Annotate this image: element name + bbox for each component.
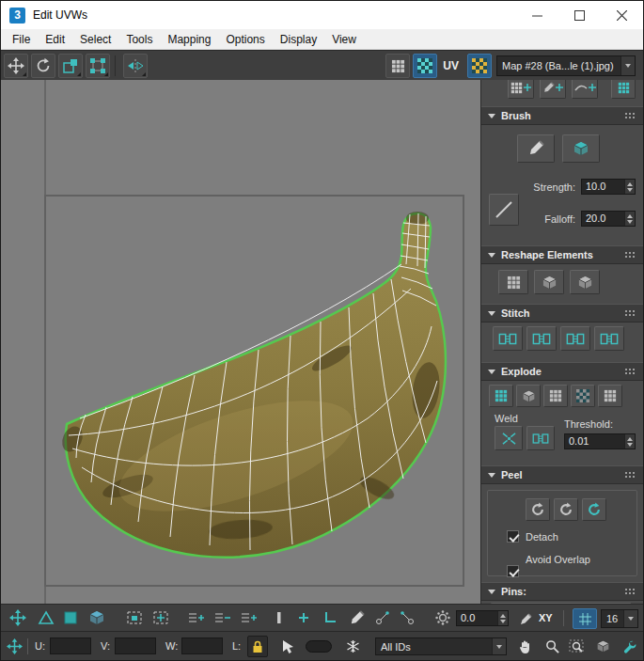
w-coordinate-field[interactable]: [181, 637, 223, 654]
panel-top-button-3[interactable]: [572, 80, 598, 99]
face-mode-icon[interactable]: [59, 607, 82, 628]
freeze-snowflake-icon[interactable]: [341, 636, 364, 657]
quick-peel-button[interactable]: [554, 498, 578, 521]
menu-item-options[interactable]: Options: [218, 30, 272, 49]
strength-spinner-arrows[interactable]: [624, 180, 635, 194]
detach-checkbox[interactable]: [507, 530, 519, 543]
panel-top-button-4[interactable]: [611, 80, 636, 99]
peel-mode-button[interactable]: [526, 498, 550, 521]
stitch-custom-button[interactable]: [493, 326, 523, 351]
close-button[interactable]: [601, 1, 643, 29]
reshape-button-3[interactable]: [570, 270, 600, 294]
move-tool-button[interactable]: [4, 54, 28, 78]
grow-selection-icon[interactable]: [292, 607, 315, 628]
strength-spinner[interactable]: 10.0: [581, 179, 636, 195]
freeform-mode-button[interactable]: [86, 54, 110, 78]
vertex-mode-icon[interactable]: [35, 607, 57, 628]
texture-map-dropdown[interactable]: Map #28 (Ba...le (1).jpg): [496, 55, 636, 76]
u-coordinate-field[interactable]: [50, 637, 91, 654]
explode-button-3[interactable]: [543, 385, 568, 407]
show-map-toggle-button[interactable]: [413, 54, 437, 78]
section-grip-icon[interactable]: [624, 309, 636, 318]
menu-item-edit[interactable]: Edit: [38, 30, 72, 49]
reshape-button-1[interactable]: [498, 270, 528, 294]
title-bar[interactable]: 3 Edit UVWs: [1, 1, 643, 29]
zoom-icon[interactable]: [541, 636, 563, 657]
grow-edge-loop-icon[interactable]: [185, 607, 208, 628]
menu-item-mapping[interactable]: Mapping: [160, 30, 218, 49]
explode-button-1[interactable]: [489, 385, 513, 407]
falloff-space-label[interactable]: XY: [539, 612, 553, 623]
soft-selection-gear-icon[interactable]: [432, 607, 454, 628]
menu-item-view[interactable]: View: [324, 30, 364, 49]
threshold-spinner-arrows[interactable]: [624, 434, 635, 449]
weld-all-button[interactable]: [526, 426, 555, 450]
uv-editor-canvas[interactable]: [1, 80, 480, 604]
zoom-region-icon[interactable]: [565, 636, 588, 657]
section-header-stitch[interactable]: Stitch: [481, 304, 643, 323]
weld-selected-button[interactable]: [495, 426, 523, 450]
section-header-peel[interactable]: Peel: [481, 465, 643, 484]
falloff-spinner-arrows[interactable]: [624, 212, 635, 226]
panel-top-button-2[interactable]: [540, 80, 566, 99]
edge-to-seam-icon[interactable]: [396, 607, 418, 628]
stitch-average-button[interactable]: [526, 326, 557, 351]
select-cursor-icon[interactable]: [275, 636, 298, 657]
grid-snap-toggle[interactable]: [573, 608, 597, 629]
soft-selection-value-spinner[interactable]: 0.0: [456, 610, 509, 626]
panel-top-button-1[interactable]: [508, 80, 534, 99]
section-grip-icon[interactable]: [624, 471, 636, 480]
section-header-explode[interactable]: Explode: [481, 362, 643, 381]
menu-item-tools[interactable]: Tools: [118, 30, 160, 49]
section-header-reshape[interactable]: Reshape Elements: [481, 245, 643, 264]
shrink-edge-loop-icon[interactable]: [212, 607, 234, 628]
select-element-icon[interactable]: [149, 607, 172, 628]
pan-hand-icon[interactable]: [514, 636, 537, 657]
section-grip-icon[interactable]: [624, 368, 636, 376]
paint-brush-button[interactable]: [517, 134, 555, 163]
edge-ring-icon[interactable]: [238, 607, 260, 628]
explode-button-4[interactable]: [571, 385, 595, 407]
edit-falloff-pen-icon[interactable]: [514, 607, 537, 628]
mirror-tool-button[interactable]: [123, 54, 148, 78]
point-to-point-icon[interactable]: [371, 607, 394, 628]
element-mode-icon[interactable]: [86, 607, 108, 628]
section-header-pins[interactable]: Pins:: [481, 582, 643, 601]
material-ids-dropdown-arrow[interactable]: [492, 638, 506, 654]
brush-falloff-curve-button[interactable]: [489, 194, 519, 226]
grid-size-dropdown-arrow[interactable]: [623, 610, 637, 627]
stitch-target-button[interactable]: [594, 326, 624, 351]
grid-size-dropdown[interactable]: 16: [601, 609, 638, 628]
snap-grid-button[interactable]: [385, 54, 410, 78]
texture-map-dropdown-arrow[interactable]: [620, 56, 635, 75]
select-region-icon[interactable]: [123, 607, 146, 628]
threshold-spinner[interactable]: 0.01: [564, 433, 636, 449]
maximize-button[interactable]: [558, 1, 601, 29]
loop-corner-icon[interactable]: [319, 607, 341, 628]
peel-reset-button[interactable]: [582, 498, 606, 521]
relax-brush-button[interactable]: [562, 134, 600, 163]
section-grip-icon[interactable]: [624, 112, 636, 120]
section-header-brush[interactable]: Brush: [481, 106, 643, 125]
uv-gizmo-mode-icon[interactable]: [7, 607, 29, 628]
explode-button-5[interactable]: [598, 385, 622, 407]
menu-item-file[interactable]: File: [5, 30, 38, 49]
reshape-button-2[interactable]: [534, 270, 564, 294]
minimize-button[interactable]: [516, 1, 558, 29]
paint-select-icon[interactable]: [345, 607, 368, 628]
checker-pattern-button[interactable]: [467, 54, 492, 78]
material-ids-dropdown[interactable]: All IDs: [375, 637, 507, 655]
lock-selection-toggle[interactable]: [247, 636, 268, 657]
stitch-source-button[interactable]: [560, 326, 590, 351]
uvw-transform-icon[interactable]: [3, 636, 25, 657]
explode-button-2[interactable]: [516, 385, 541, 407]
rotate-tool-button[interactable]: [31, 54, 55, 78]
v-coordinate-field[interactable]: [115, 637, 156, 654]
menu-item-display[interactable]: Display: [273, 30, 324, 49]
options-wrench-icon[interactable]: [618, 636, 640, 657]
soft-selection-spinner-arrows[interactable]: [497, 611, 508, 625]
section-grip-icon[interactable]: [624, 251, 636, 260]
edge-bar-icon[interactable]: [268, 607, 291, 628]
avoid-overlap-checkbox[interactable]: [507, 565, 519, 577]
falloff-spinner[interactable]: 20.0: [581, 211, 636, 227]
